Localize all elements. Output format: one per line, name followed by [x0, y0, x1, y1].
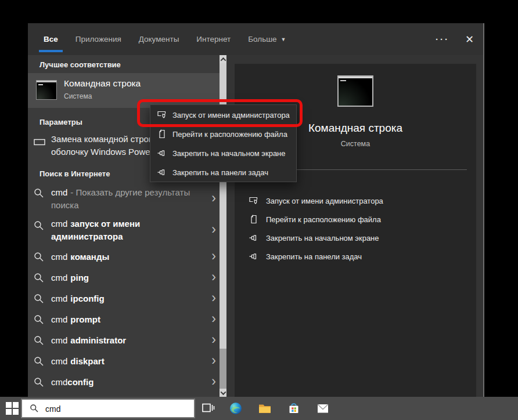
overflow-menu-button[interactable]: ··· — [436, 23, 449, 55]
pin-icon — [249, 252, 259, 261]
chevron-right-icon[interactable]: › — [211, 333, 216, 346]
search-icon — [34, 335, 44, 346]
chevron-down-icon — [220, 389, 226, 395]
best-match-title: Командная строка — [64, 78, 141, 89]
tab-all-label: Все — [44, 35, 58, 44]
tab-apps-label: Приложения — [75, 35, 121, 44]
action-pin-to-taskbar[interactable]: Закрепить на панели задач — [235, 247, 476, 266]
mail-app-icon[interactable] — [316, 401, 330, 415]
tab-web-label: Интернет — [196, 35, 231, 44]
menu-item-pin-to-start[interactable]: Закрепить на начальном экране — [150, 143, 296, 162]
action-open-file-location[interactable]: Перейти к расположению файла — [235, 210, 476, 229]
taskbar-search-box[interactable] — [21, 399, 195, 418]
file-explorer-icon[interactable] — [258, 401, 272, 415]
menu-item-open-file-location[interactable]: Перейти к расположению файла — [150, 124, 296, 143]
search-suggestion[interactable]: cmdconfig › — [28, 372, 220, 393]
file-location-icon — [249, 215, 259, 224]
chevron-right-icon[interactable]: › — [211, 354, 216, 367]
task-view-button[interactable] — [201, 401, 215, 415]
windows-logo-icon — [6, 402, 12, 408]
settings-header: Параметры — [39, 118, 82, 126]
scrollbar-down-button[interactable] — [220, 389, 226, 397]
pin-icon — [157, 168, 167, 177]
chevron-right-icon[interactable]: › — [211, 191, 216, 205]
search-suggestion[interactable]: cmdadministrator › — [28, 330, 220, 351]
search-icon — [34, 294, 44, 304]
display-settings-icon — [34, 137, 45, 149]
search-icon — [34, 377, 44, 388]
search-suggestion[interactable]: cmdзапуск от имени администратора › — [28, 216, 220, 245]
taskbar-search-input[interactable] — [44, 400, 192, 418]
search-suggestion[interactable]: cmdprompt › — [28, 309, 220, 330]
cmd-app-icon — [36, 80, 57, 100]
cmd-app-icon-large — [337, 75, 373, 107]
chevron-right-icon[interactable]: › — [211, 249, 216, 263]
best-match-subtitle: Система — [64, 92, 92, 100]
pin-icon — [249, 233, 259, 242]
tab-documents[interactable]: Документы — [139, 23, 179, 55]
action-run-as-admin[interactable]: Запуск от имени администратора — [235, 191, 476, 210]
chevron-right-icon[interactable]: › — [211, 270, 216, 284]
close-button[interactable]: ✕ — [465, 23, 474, 55]
search-icon — [34, 356, 44, 367]
web-search-header: Поиск в Интернете — [39, 169, 110, 178]
pin-icon — [157, 149, 167, 158]
tab-apps[interactable]: Приложения — [75, 23, 121, 55]
file-location-icon — [157, 129, 167, 139]
search-tabs-bar: Все Приложения Документы Интернет Больше… — [28, 23, 483, 55]
microsoft-store-icon[interactable] — [287, 401, 301, 415]
search-suggestion[interactable]: cmdipconfig › — [28, 288, 220, 309]
start-button[interactable] — [5, 401, 19, 415]
chevron-up-icon — [220, 57, 226, 63]
chevron-right-icon[interactable]: › — [211, 291, 216, 305]
tab-more-label: Больше — [248, 35, 276, 44]
search-icon — [34, 252, 44, 262]
search-icon — [34, 220, 44, 231]
search-flyout-window: Все Приложения Документы Интернет Больше… — [28, 23, 484, 397]
action-pin-to-start[interactable]: Закрепить на начальном экране — [235, 229, 476, 247]
tab-all[interactable]: Все — [44, 23, 58, 55]
tab-web[interactable]: Интернет — [196, 23, 231, 55]
desktop: { "window": { "tabs": [ {"label": "Все"}… — [0, 0, 518, 420]
menu-item-pin-to-taskbar[interactable]: Закрепить на панели задач — [150, 162, 296, 182]
tab-documents-label: Документы — [139, 35, 179, 44]
active-tab-underline — [39, 50, 63, 52]
tab-more[interactable]: Больше ▼ — [248, 23, 286, 55]
admin-shield-icon — [157, 110, 167, 120]
chevron-down-icon: ▼ — [281, 37, 286, 42]
chevron-right-icon[interactable]: › — [211, 312, 216, 325]
context-menu: Запуск от имени администратора Перейти к… — [150, 104, 297, 182]
search-icon — [34, 188, 44, 198]
search-icon — [30, 404, 39, 413]
chevron-right-icon[interactable]: › — [211, 375, 216, 388]
best-match-result[interactable]: Командная строка Система — [28, 73, 220, 108]
search-suggestion[interactable]: cmd- Показать другие результаты поиска › — [28, 183, 220, 215]
search-suggestion[interactable]: cmdкоманды › — [28, 247, 220, 267]
search-icon — [34, 314, 44, 325]
menu-item-run-as-admin[interactable]: Запуск от имени администратора — [150, 105, 296, 124]
best-match-header: Лучшее соответствие — [39, 60, 121, 69]
admin-shield-icon — [249, 196, 259, 205]
edge-browser-icon[interactable] — [229, 401, 243, 415]
search-suggestion[interactable]: cmdping › — [28, 267, 220, 288]
search-suggestion[interactable]: cmddiskpart › — [28, 351, 220, 372]
chevron-right-icon[interactable]: › — [211, 223, 216, 236]
scrollbar-up-button[interactable] — [220, 55, 226, 63]
taskbar — [0, 397, 518, 420]
search-icon — [34, 273, 44, 283]
